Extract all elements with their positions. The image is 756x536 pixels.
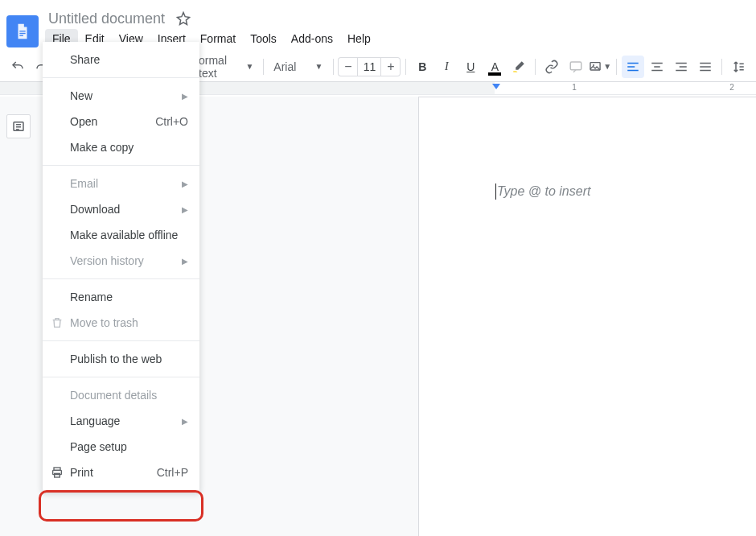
indent-marker-icon[interactable] [492,84,500,89]
font-size-decrease[interactable]: − [338,57,357,76]
file-menu-share[interactable]: Share [43,47,199,72]
menu-add-ons[interactable]: Add-ons [284,29,340,48]
align-left-button[interactable] [622,56,644,78]
font-size-increase[interactable]: + [381,57,401,76]
menu-separator [43,340,199,341]
ruler-tick: 1 [535,83,614,92]
insert-image-button[interactable]: ▼ [589,56,611,78]
menu-item-shortcut: Ctrl+O [155,115,188,128]
menu-format[interactable]: Format [193,29,243,48]
menu-item-label: Make available offline [70,229,178,241]
menu-item-label: New [70,89,92,102]
file-menu-make-a-copy[interactable]: Make a copy [43,134,199,160]
document-page[interactable]: Type @ to insert [418,97,756,536]
menu-help[interactable]: Help [340,29,378,48]
document-placeholder: Type @ to insert [497,184,590,199]
file-menu-page-setup[interactable]: Page setup [43,434,199,460]
menu-item-label: Version history [70,254,144,267]
chevron-right-icon: ▶ [182,417,188,426]
svg-rect-2 [19,35,23,36]
menu-item-label: Open [70,115,97,128]
font-family-select[interactable]: Arial ▼ [269,60,327,73]
font-family-label: Arial [273,60,296,73]
underline-button[interactable]: U [459,56,482,78]
bold-button[interactable]: B [411,56,433,78]
file-menu-download[interactable]: Download▶ [43,196,199,222]
file-menu-publish-to-the-web[interactable]: Publish to the web [43,346,199,372]
menu-item-label: Publish to the web [70,353,162,365]
menu-item-label: Email [70,177,98,190]
menu-item-label: Document details [70,389,157,402]
menu-item-label: Download [70,203,120,216]
chevron-down-icon: ▼ [246,62,254,71]
svg-rect-0 [19,31,25,31]
menu-item-label: Share [70,53,100,66]
file-menu-language[interactable]: Language▶ [43,408,199,434]
star-icon[interactable] [176,11,191,26]
menu-item-label: Rename [70,291,113,303]
chevron-down-icon: ▼ [315,62,323,71]
file-menu-new[interactable]: New▶ [43,83,199,109]
undo-button[interactable] [6,56,29,78]
menu-item-label: Move to trash [70,316,138,329]
file-menu-document-details: Document details [43,382,199,408]
svg-rect-1 [19,33,25,34]
text-cursor [495,183,496,200]
menu-item-shortcut: Ctrl+P [157,466,188,479]
highlight-color-button[interactable] [507,56,530,78]
menu-item-label: Print [70,466,93,479]
file-menu-rename[interactable]: Rename [43,284,199,310]
svg-rect-3 [570,62,581,70]
italic-button[interactable]: I [435,56,458,78]
file-menu-version-history: Version history▶ [43,248,199,274]
menu-separator [43,77,199,78]
file-menu-email: Email▶ [43,171,199,196]
paragraph-style-label: ormal text [199,54,246,80]
menu-item-label: Language [70,414,120,427]
add-comment-button[interactable] [565,56,587,78]
insert-link-button[interactable] [540,56,563,78]
font-size-value[interactable]: 11 [357,57,381,76]
file-menu-dropdown: ShareNew▶OpenCtrl+OMake a copyEmail▶Down… [43,42,199,492]
chevron-right-icon: ▶ [182,257,188,266]
file-menu-print[interactable]: PrintCtrl+P [43,460,199,485]
paragraph-style-select[interactable]: ormal text ▼ [194,54,258,80]
file-menu-open[interactable]: OpenCtrl+O [43,109,199,134]
menu-tools[interactable]: Tools [243,29,284,48]
menu-separator [43,278,199,279]
chevron-down-icon: ▼ [603,62,611,71]
file-menu-make-available-offline[interactable]: Make available offline [43,222,199,248]
menu-item-label: Page setup [70,440,127,453]
ruler-tick: 2 [692,83,756,92]
menu-separator [43,165,199,166]
docs-logo[interactable] [6,15,39,47]
file-menu-move-to-trash: Move to trash [43,310,199,336]
align-center-button[interactable] [646,56,668,78]
align-right-button[interactable] [670,56,692,78]
menu-separator [43,377,199,377]
chevron-right-icon: ▶ [182,205,188,214]
font-size-stepper[interactable]: − 11 + [338,57,401,76]
document-title[interactable]: Untitled document [48,10,165,27]
text-color-button[interactable]: A [483,56,506,78]
align-justify-button[interactable] [694,56,717,78]
chevron-right-icon: ▶ [182,179,188,188]
menu-item-label: Make a copy [70,141,134,154]
chevron-right-icon: ▶ [182,92,188,101]
document-outline-button[interactable] [6,114,31,138]
line-spacing-button[interactable] [727,56,750,78]
print-icon [49,466,65,479]
trash-icon [49,316,65,329]
